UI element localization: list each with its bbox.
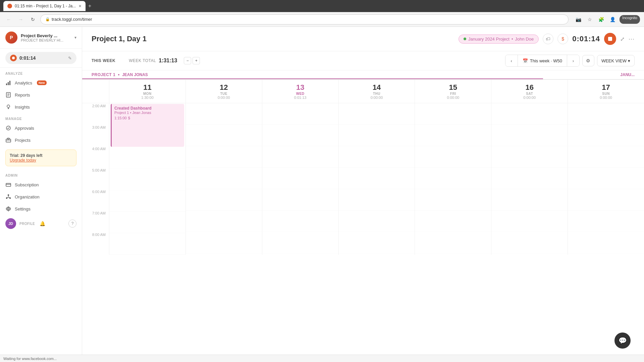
project-bar-dot bbox=[118, 74, 119, 75]
calendar-event[interactable]: Created Dashboard Project 1 • Jean Jonas… bbox=[111, 104, 184, 147]
cal-day-num-17: 17 bbox=[571, 83, 641, 92]
timer-edit-icon[interactable]: ✎ bbox=[68, 56, 72, 61]
zoom-in-button[interactable]: + bbox=[193, 57, 200, 64]
wed-cell-5 bbox=[262, 189, 338, 210]
sat-cell-7 bbox=[491, 232, 568, 253]
week-view-button[interactable]: WEEK VIEW ▾ bbox=[597, 55, 635, 66]
prev-week-button[interactable]: ‹ bbox=[505, 55, 518, 66]
sidebar-item-insights[interactable]: Insights bbox=[0, 101, 82, 113]
mon-cell-6 bbox=[109, 233, 185, 255]
forward-button[interactable]: → bbox=[16, 15, 25, 24]
cal-day-name-mon: MON bbox=[112, 92, 183, 96]
calendar-header-row: 11 MON 1:30:00 12 TUE 0:00:00 13 WED 0:0… bbox=[82, 80, 644, 103]
project-bar-name[interactable]: PROJECT 1 bbox=[92, 72, 115, 77]
reports-label: Reports bbox=[15, 93, 30, 98]
cal-column-sat bbox=[491, 103, 568, 255]
cal-day-num-16: 16 bbox=[494, 83, 565, 92]
next-week-button[interactable]: › bbox=[567, 55, 579, 66]
cal-day-name-sun: SUN bbox=[571, 92, 641, 96]
thu-cell-6 bbox=[339, 210, 415, 232]
header-timer-display: 0:01:14 bbox=[572, 35, 600, 43]
help-icon[interactable]: ? bbox=[68, 220, 76, 228]
week-settings-button[interactable]: ⚙ bbox=[582, 55, 594, 66]
new-tab-button[interactable]: + bbox=[88, 3, 91, 9]
sidebar-timer-section: 0:01:14 ✎ bbox=[0, 49, 82, 68]
sidebar-bottom: JD PROFILE 🔔 ? bbox=[0, 215, 82, 232]
wed-cell-4 bbox=[262, 168, 338, 189]
cal-day-name-wed: WED bbox=[265, 92, 336, 96]
thu-cell-4 bbox=[339, 168, 415, 189]
svg-rect-16 bbox=[8, 194, 9, 196]
chat-bubble-button[interactable]: 💬 bbox=[614, 333, 631, 349]
notification-bell-icon[interactable]: 🔔 bbox=[38, 220, 46, 228]
mon-cell-2 bbox=[109, 147, 185, 169]
workspace-header[interactable]: P Project Beverly ... PROJECT BEVERLY HI… bbox=[0, 27, 82, 49]
this-week-label: THIS WEEK bbox=[92, 58, 115, 63]
trial-text: Trial: 29 days left bbox=[10, 153, 72, 158]
profile-icon[interactable]: 👤 bbox=[608, 15, 617, 24]
main-content: Project 1, Day 1 January 2024 Project • … bbox=[82, 27, 644, 355]
settings-icon bbox=[5, 206, 11, 212]
main-header: Project 1, Day 1 January 2024 Project • … bbox=[82, 27, 644, 51]
sun-cell-4 bbox=[568, 168, 644, 189]
sidebar-timer-value: 0:01:14 bbox=[19, 55, 36, 61]
browser-nav: ← → ↻ 🔒 track.toggl.com/timer 📷 ☆ 🧩 👤 In… bbox=[0, 12, 644, 27]
tab-close-button[interactable]: ✕ bbox=[78, 4, 82, 8]
app-body: P Project Beverly ... PROJECT BEVERLY HI… bbox=[0, 27, 644, 355]
sidebar-item-organization[interactable]: Organization bbox=[0, 191, 82, 203]
tue-cell-5 bbox=[186, 189, 262, 210]
week-total-value: 1:31:13 bbox=[159, 58, 177, 64]
event-project: Project 1 • Jean Jonas bbox=[114, 111, 181, 115]
timer-pill[interactable]: 0:01:14 ✎ bbox=[5, 52, 76, 64]
profile-avatar[interactable]: JD bbox=[5, 218, 16, 229]
tue-cell-3 bbox=[186, 146, 262, 168]
svg-point-7 bbox=[7, 105, 10, 108]
tag-icon-button[interactable]: 🏷 bbox=[543, 34, 553, 44]
approvals-icon bbox=[5, 125, 11, 131]
lock-icon: 🔒 bbox=[45, 17, 50, 21]
project-bar: PROJECT 1 JEAN JONAS JANU... bbox=[82, 70, 644, 80]
zoom-out-button[interactable]: − bbox=[184, 57, 191, 64]
calendar-body: 2:00 AM 3:00 AM 4:00 AM 5:00 AM 6:00 AM … bbox=[82, 103, 644, 255]
tue-cell-7 bbox=[186, 232, 262, 253]
more-options-icon[interactable]: ··· bbox=[629, 36, 635, 43]
fri-cell-7 bbox=[415, 232, 491, 253]
sidebar-item-projects[interactable]: Projects bbox=[0, 134, 82, 146]
back-button[interactable]: ← bbox=[4, 15, 13, 24]
cal-column-sun bbox=[568, 103, 644, 255]
projects-label: Projects bbox=[15, 138, 31, 143]
sidebar-item-approvals[interactable]: Approvals bbox=[0, 122, 82, 134]
analyze-section-label: ANALYZE bbox=[0, 68, 82, 77]
expand-icon[interactable]: ⤢ bbox=[620, 36, 625, 42]
week-total-label: WEEK TOTAL bbox=[129, 58, 156, 63]
upgrade-link[interactable]: Upgrade today bbox=[10, 158, 72, 163]
analytics-icon bbox=[5, 80, 11, 86]
fri-cell-1 bbox=[415, 103, 491, 125]
cal-column-thu bbox=[338, 103, 415, 255]
project-badge[interactable]: January 2024 Project • John Doe bbox=[459, 35, 539, 44]
week-current-button[interactable]: 📅 This week · W50 bbox=[518, 55, 567, 66]
project-bar-sub: JEAN JONAS bbox=[122, 72, 148, 77]
time-label-4am: 4:00 AM bbox=[82, 146, 109, 168]
trial-box: Trial: 29 days left Upgrade today bbox=[5, 149, 76, 166]
sidebar-item-settings[interactable]: Settings bbox=[0, 203, 82, 215]
workspace-chevron-icon[interactable]: ▾ bbox=[74, 35, 76, 40]
sidebar-item-analytics[interactable]: Analytics New bbox=[0, 77, 82, 89]
camera-icon[interactable]: 📷 bbox=[574, 15, 583, 24]
billing-icon-button[interactable]: $ bbox=[557, 34, 568, 44]
reload-button[interactable]: ↻ bbox=[28, 15, 38, 24]
analytics-label: Analytics bbox=[15, 80, 32, 85]
stop-button[interactable] bbox=[604, 33, 616, 45]
sidebar-item-subscription[interactable]: Subscription bbox=[0, 179, 82, 191]
bookmark-icon[interactable]: ☆ bbox=[585, 15, 594, 24]
sat-cell-3 bbox=[491, 146, 568, 168]
extension-icon[interactable]: 🧩 bbox=[597, 15, 605, 24]
address-bar[interactable]: 🔒 track.toggl.com/timer bbox=[40, 14, 569, 24]
cal-column-tue bbox=[185, 103, 262, 255]
organization-icon bbox=[5, 194, 11, 200]
sat-cell-6 bbox=[491, 210, 568, 232]
event-footer: 1:15:00 $ bbox=[114, 116, 181, 120]
sidebar-item-reports[interactable]: Reports bbox=[0, 89, 82, 101]
tue-cell-1 bbox=[186, 103, 262, 125]
browser-tab[interactable]: 01:15 min - Project 1, Day 1 - Ja... ✕ bbox=[3, 1, 86, 11]
